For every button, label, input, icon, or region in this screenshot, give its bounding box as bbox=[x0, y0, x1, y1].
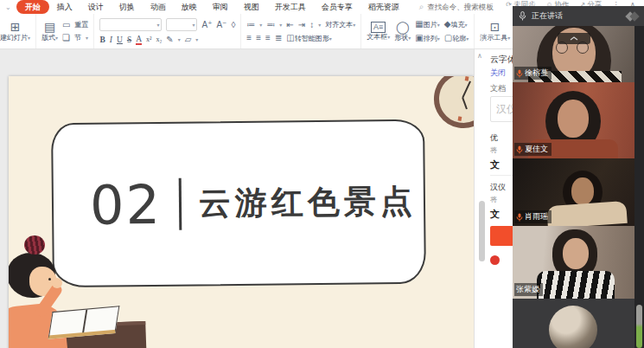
participant-name-badge: 肖雨瑶 bbox=[514, 210, 552, 223]
justify-icon[interactable]: ≣ bbox=[275, 33, 282, 42]
reset-button[interactable]: ▭重置 bbox=[62, 20, 88, 29]
participant-tile[interactable]: 肖雨瑶 bbox=[513, 158, 634, 226]
mic-on-icon bbox=[516, 69, 523, 78]
reset-icon: ▭ bbox=[62, 20, 70, 29]
tab-animation[interactable]: 动画 bbox=[143, 1, 174, 14]
panel-collapse-icon[interactable]: ∧ bbox=[477, 52, 482, 60]
text-effects-icon[interactable]: ✎ bbox=[166, 35, 173, 44]
decrease-font-icon[interactable]: A⁻ bbox=[216, 20, 226, 29]
promo-icon bbox=[490, 255, 500, 265]
bullets-icon[interactable]: ≔ bbox=[246, 20, 255, 29]
girl-hand bbox=[52, 278, 62, 288]
present-tools-button[interactable]: ⊡ 演示工具▾ bbox=[480, 20, 510, 42]
participant-tile[interactable]: 夏佳文 bbox=[513, 82, 634, 158]
sync-status[interactable]: ⟳未同步 bbox=[506, 0, 535, 6]
mic-icon[interactable] bbox=[519, 11, 526, 21]
collaborate-button[interactable]: ☺协作 bbox=[545, 0, 569, 6]
align-right-icon[interactable]: ≡ bbox=[265, 33, 271, 42]
meeting-header[interactable]: 正在讲话 bbox=[513, 6, 644, 26]
title-divider bbox=[179, 178, 182, 230]
new-slide-icon: ⊞ bbox=[10, 20, 21, 34]
tab-transition[interactable]: 切换 bbox=[112, 1, 143, 14]
font-item-sample: 文 bbox=[490, 158, 500, 171]
subscript-button[interactable]: x₂ bbox=[156, 35, 162, 43]
align-center-icon[interactable]: ≡ bbox=[256, 33, 261, 42]
mic-on-icon bbox=[516, 145, 523, 154]
close-tip-link[interactable]: 关闭 bbox=[490, 68, 506, 79]
meeting-panel[interactable]: 正在讲话 徐榕蔓 bbox=[513, 6, 644, 348]
arrange-button[interactable]: ▣排列▾ bbox=[415, 33, 439, 43]
fill-button[interactable]: ◆填充▾ bbox=[444, 19, 468, 29]
line-spacing-icon[interactable]: ↕ bbox=[309, 20, 314, 29]
tab-member[interactable]: 会员专享 bbox=[314, 1, 360, 14]
tab-slideshow[interactable]: 放映 bbox=[174, 1, 205, 14]
slide-title-text: 云游红色景点 bbox=[199, 180, 418, 226]
tab-devtools[interactable]: 开发工具 bbox=[267, 1, 314, 14]
share-button[interactable]: ↗分享 bbox=[580, 0, 603, 6]
present-tools-icon: ⊡ bbox=[490, 20, 501, 34]
italic-button[interactable]: I bbox=[110, 35, 112, 44]
sync-icon: ⟳ bbox=[506, 1, 512, 6]
to-smart-graphic-button[interactable]: ◫转智能图形▾ bbox=[286, 33, 331, 43]
outline-button[interactable]: ▢轮廓▾ bbox=[444, 33, 469, 43]
clear-format-icon[interactable]: ◊ bbox=[231, 20, 235, 29]
girl-illustration[interactable] bbox=[9, 230, 140, 348]
strikethrough-button[interactable]: S bbox=[127, 35, 131, 44]
superscript-button[interactable]: x² bbox=[146, 35, 151, 43]
font-item-name[interactable]: 汉仪 bbox=[490, 182, 506, 193]
group-insert: A≡ 文本框▾ ◯ 形状▾ ▦图片▾ ◆填充▾ ▣排列▾ ▢轮廓▾ bbox=[361, 14, 475, 48]
tab-view[interactable]: 视图 bbox=[236, 1, 267, 14]
search-icon: ⌕ bbox=[419, 2, 424, 12]
font-family-combo[interactable]: ▾ bbox=[99, 18, 162, 31]
clock-illustration[interactable] bbox=[430, 76, 474, 132]
font-color-button[interactable]: A bbox=[136, 35, 142, 45]
highlight-icon[interactable]: ▱ bbox=[185, 35, 192, 44]
meeting-scrollbar-thumb[interactable] bbox=[636, 305, 642, 348]
speaking-status-label: 正在讲话 bbox=[532, 10, 563, 22]
collapse-panel-button[interactable] bbox=[558, 33, 590, 44]
meeting-logo bbox=[627, 13, 638, 20]
arrange-icon: ▣ bbox=[415, 33, 423, 42]
chevron-up-icon bbox=[570, 36, 578, 41]
increase-font-icon[interactable]: A⁺ bbox=[201, 20, 212, 29]
panel-scrollbar[interactable] bbox=[479, 201, 485, 261]
section-button[interactable]: ❏节▾ bbox=[62, 33, 88, 42]
font-item-name[interactable]: 优 bbox=[490, 132, 498, 144]
new-slide-button[interactable]: ⊞ 建幻灯片▾ bbox=[0, 20, 30, 42]
bold-button[interactable]: B bbox=[99, 35, 105, 44]
shapes-icon: ◯ bbox=[396, 20, 410, 34]
layout-button[interactable]: ▤ 版式▾ bbox=[41, 20, 58, 42]
participant-tile[interactable]: 张紫嫒 bbox=[513, 226, 634, 299]
more-menu-icon[interactable]: ⋮ bbox=[612, 0, 620, 6]
tab-home[interactable]: 开始 bbox=[16, 0, 49, 14]
participant-name-badge: 徐榕蔓 bbox=[514, 67, 552, 80]
tab-docer[interactable]: 稻壳资源 bbox=[360, 1, 407, 14]
font-size-combo[interactable]: ▾ bbox=[166, 18, 197, 31]
tab-insert[interactable]: 插入 bbox=[49, 1, 80, 14]
text-box-icon: A≡ bbox=[371, 22, 386, 33]
group-font: ▾ ▾ A⁺ A⁻ ◊ B I U S A x² x₂ ✎▾ ▱▾ bbox=[94, 14, 241, 48]
slide-canvas[interactable]: 02 云游红色景点 bbox=[9, 76, 474, 348]
collapse-ribbon-icon[interactable]: ∧ bbox=[630, 0, 635, 6]
participant-avatar bbox=[549, 306, 597, 348]
shapes-button[interactable]: ◯ 形状▾ bbox=[394, 20, 411, 42]
group-slide-ops: ▤ 版式▾ ▭重置 ❏节▾ bbox=[36, 14, 94, 48]
window-menu-caret-icon[interactable]: ⌄ bbox=[0, 3, 16, 11]
align-text-button[interactable]: 对齐文本▾ bbox=[325, 20, 355, 29]
decrease-indent-icon[interactable]: ⇤ bbox=[286, 20, 293, 29]
numbering-icon[interactable]: ≕ bbox=[266, 20, 275, 29]
picture-button[interactable]: ▦图片▾ bbox=[415, 19, 439, 29]
increase-indent-icon[interactable]: ⇥ bbox=[298, 20, 305, 29]
tab-design[interactable]: 设计 bbox=[80, 1, 112, 14]
meeting-tiles: 徐榕蔓 夏佳文 肖雨瑶 bbox=[513, 26, 644, 348]
tab-review[interactable]: 审阅 bbox=[205, 1, 236, 14]
outline-icon: ▢ bbox=[444, 33, 452, 42]
group-paragraph: ≔▾ ≕▾ ⇤ ⇥ ↕▾ 对齐文本▾ ≡ ≡ ≡ ≣ ◫转智能图形▾ bbox=[241, 14, 361, 48]
participant-tile[interactable] bbox=[513, 299, 634, 348]
underline-button[interactable]: U bbox=[117, 35, 123, 44]
text-box-button[interactable]: A≡ 文本框▾ bbox=[367, 22, 390, 42]
group-new-slide: ⊞ 建幻灯片▾ bbox=[0, 14, 36, 48]
align-left-icon[interactable]: ≡ bbox=[246, 33, 252, 42]
font-item-desc: 将 bbox=[490, 145, 497, 155]
participant-tile[interactable]: 徐榕蔓 bbox=[513, 26, 634, 82]
